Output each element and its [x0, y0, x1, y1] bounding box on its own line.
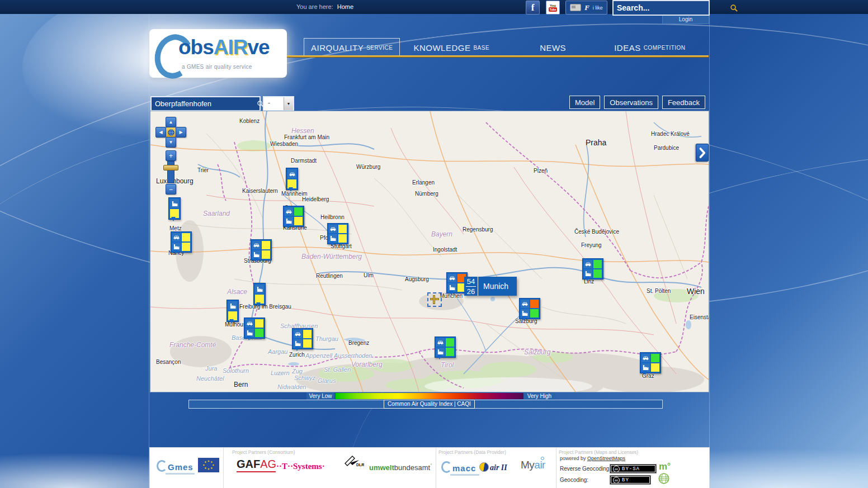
marker-pointer: [585, 277, 589, 283]
aq-marker[interactable]: [168, 197, 181, 220]
map-label: Freyung: [581, 242, 602, 248]
map-base-layer: [150, 111, 709, 392]
footer-section-title: Project Partners (Maps and Licenses): [559, 449, 638, 455]
pan-left-button[interactable]: ◀: [155, 127, 166, 138]
cc-icon-text: cc: [615, 478, 618, 482]
nav-underline: [287, 55, 709, 58]
site-search: [612, 0, 710, 16]
tab-airquality-service[interactable]: AIRQUALITYSERVICE: [304, 38, 400, 57]
gaf-ag-text: AG: [260, 458, 276, 470]
feedback-button[interactable]: Feedback: [662, 96, 705, 109]
map-label: St. Gallen: [324, 366, 351, 373]
t-systems-logo[interactable]: ··T··Systems·: [276, 462, 325, 471]
tab-sublabel: BASE: [473, 45, 489, 51]
legend-low-label: Very Low: [306, 392, 334, 400]
marker-pointer: [522, 316, 526, 323]
eu-flag-icon[interactable]: [198, 458, 219, 475]
breadcrumb-home-link[interactable]: Home: [337, 3, 353, 10]
globe-reset-button[interactable]: [166, 127, 176, 138]
factory-icon: [255, 285, 264, 293]
aq-value-cell: [294, 217, 303, 225]
macc-text: macc: [452, 463, 476, 473]
car-icon: [287, 169, 296, 178]
citeair-logo[interactable]: air II: [479, 462, 507, 472]
gmes-logo[interactable]: Gmes: [157, 460, 195, 475]
location-search-input[interactable]: [152, 100, 257, 108]
cc-by-badge[interactable]: cc BY: [610, 475, 651, 485]
marker-pointer: [286, 224, 290, 231]
map-label: Metz: [169, 225, 182, 231]
gaf-ag-logo[interactable]: GAFAG: [237, 458, 276, 472]
openstreetmaps-link[interactable]: OpenStreetMaps: [587, 456, 625, 461]
aq-marker[interactable]: [286, 168, 298, 190]
map-label: Salzburg: [524, 348, 550, 356]
pan-down-button[interactable]: ▼: [166, 137, 176, 148]
map-label: Vorarlberg: [351, 361, 383, 368]
powered-by-text: powered by: [560, 456, 586, 461]
zoom-in-button[interactable]: +: [166, 150, 176, 161]
layer-select-value: -: [264, 97, 284, 110]
aq-marker[interactable]: [292, 328, 313, 349]
aq-marker[interactable]: [244, 318, 265, 339]
widget-icon: [570, 4, 581, 11]
like-widget[interactable]: F i like: [565, 1, 607, 15]
tab-knowledge-base[interactable]: KNOWLEDGEBASE: [407, 39, 496, 56]
tab-sublabel: COMPETITION: [644, 45, 686, 51]
aq-marker[interactable]: [171, 231, 192, 253]
pan-up-button[interactable]: ▲: [166, 117, 176, 127]
map-label: Pardubice: [654, 145, 679, 151]
air-quality-map[interactable]: ▲ ◀ ▶ ▼ + − 54 26 Munich KoblenzHessenFr…: [150, 111, 709, 392]
model-button[interactable]: Model: [569, 96, 600, 109]
car-icon: [172, 233, 181, 241]
aq-marker[interactable]: [327, 223, 348, 244]
map-label: St. Pölten: [647, 288, 671, 294]
obsairve-logo[interactable]: obsAIRve a GMES air quality service: [149, 29, 287, 78]
mapquest-logo[interactable]: mo: [659, 461, 671, 472]
zoom-slider-track[interactable]: [167, 161, 174, 183]
aq-value-cell: [593, 260, 602, 268]
marker-pointer: [295, 347, 299, 353]
youtube-icon[interactable]: You Tube: [546, 1, 560, 15]
tab-news[interactable]: NEWS: [533, 39, 573, 56]
site-search-input[interactable]: [614, 3, 730, 12]
umweltbundesamt-logo[interactable]: umweltbundesamt°: [369, 462, 432, 472]
footer-divider: [223, 448, 224, 488]
aq-marker[interactable]: [253, 283, 266, 305]
aq-marker[interactable]: [435, 337, 456, 358]
macc-logo[interactable]: macc: [441, 461, 479, 476]
aq-marker[interactable]: [283, 206, 304, 227]
marker-pointer: [229, 319, 234, 326]
search-icon[interactable]: [730, 2, 738, 14]
panel-toggle-button[interactable]: [696, 144, 709, 162]
logo-part-obs: obs: [178, 36, 214, 59]
citeair-emblem-icon: [479, 462, 489, 472]
map-label: Alsace: [227, 288, 247, 296]
aq-marker[interactable]: [582, 258, 603, 279]
tab-label: IDEAS: [614, 43, 641, 53]
geonames-globe-icon[interactable]: [658, 472, 670, 487]
map-label: Praha: [586, 138, 606, 147]
marker-pointer: [171, 217, 176, 224]
zoom-out-button[interactable]: −: [166, 184, 176, 195]
map-label: Heidelberg: [302, 196, 329, 202]
map-label: Frankfurt am Main: [284, 134, 329, 140]
cc-by-sa-badge[interactable]: cc BY-SA: [610, 464, 657, 473]
factory-icon: [170, 199, 179, 208]
pan-right-button[interactable]: ▶: [176, 127, 186, 138]
observations-button[interactable]: Observations: [604, 96, 658, 109]
tab-ideas-competition[interactable]: IDEASCOMPETITION: [607, 39, 692, 56]
aq-marker[interactable]: [227, 300, 239, 322]
dlr-logo[interactable]: DLR: [344, 454, 361, 470]
car-icon: [246, 319, 254, 328]
zoom-slider-handle[interactable]: [163, 165, 178, 170]
marker-pointer: [247, 336, 251, 343]
myair-logo[interactable]: Myair: [521, 459, 545, 471]
facebook-icon[interactable]: f: [526, 1, 540, 15]
aq-marker[interactable]: [519, 298, 540, 319]
login-button[interactable]: Login: [662, 16, 709, 24]
location-search: [150, 96, 261, 111]
aq-value-cell: [338, 225, 347, 233]
layer-select[interactable]: - ▼: [263, 96, 294, 111]
aq-marker[interactable]: [251, 239, 272, 260]
aq-marker[interactable]: [640, 352, 661, 373]
